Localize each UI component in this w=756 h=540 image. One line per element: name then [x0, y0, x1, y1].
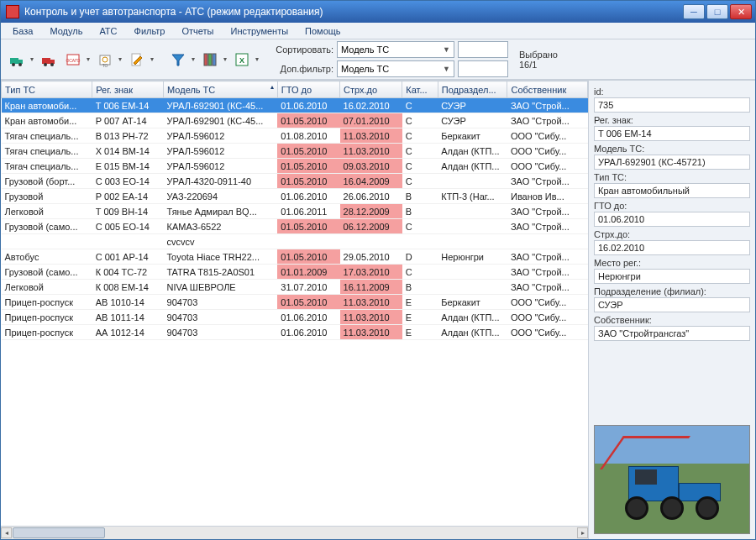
truck-green-icon[interactable]	[6, 49, 28, 71]
cell: ООО "Сибу...	[507, 295, 588, 310]
table-row[interactable]: Тягач специаль...В 013 РН-72УРАЛ-5960120…	[2, 128, 588, 144]
cell: УРАЛ-596012	[164, 144, 278, 159]
cell: 26.06.2010	[340, 189, 402, 204]
cell	[438, 174, 507, 189]
col-header[interactable]: Собственник	[507, 81, 588, 98]
osago-icon[interactable]: ОСАГО	[62, 49, 84, 71]
sort-select[interactable]: Модель ТС▼	[337, 41, 454, 58]
table-row[interactable]: Грузовой (само...С 005 ЕО-14КАМАЗ-652201…	[2, 219, 588, 234]
cell	[402, 234, 438, 249]
data-grid[interactable]: Тип ТСРег. знакМодель ТСГТО доСтрх.доКат…	[1, 81, 588, 526]
col-header[interactable]: Тип ТС	[2, 81, 92, 98]
table-row[interactable]: Тягач специаль...Е 015 ВМ-14УРАЛ-5960120…	[2, 159, 588, 174]
cell: Алдан (КТП...	[438, 310, 507, 325]
menu-4[interactable]: Отчеты	[173, 24, 222, 38]
close-button[interactable]: ✕	[730, 4, 752, 19]
svg-point-2	[12, 63, 15, 66]
table-row[interactable]: Кран автомоби...Р 007 АТ-14УРАЛ-692901 (…	[2, 113, 588, 128]
cell: 01.05.2010	[277, 159, 339, 174]
funnel-icon[interactable]	[167, 49, 189, 71]
svg-rect-4	[42, 58, 50, 64]
cell: Грузовой (само...	[2, 265, 92, 280]
maximize-button[interactable]: □	[706, 4, 728, 19]
dropdown-arrow-icon[interactable]: ▾	[222, 55, 228, 63]
cell: 01.06.2010	[277, 325, 339, 340]
cell: ЗАО "Строй...	[507, 249, 588, 265]
cell: 11.03.2010	[340, 325, 402, 340]
table-row[interactable]: ЛегковойТ 009 ВН-14Тянье Адмирал BQ...01…	[2, 204, 588, 219]
cell	[507, 234, 588, 249]
columns-icon[interactable]	[199, 49, 221, 71]
cell: Е	[402, 295, 438, 310]
cell: 11.03.2010	[340, 295, 402, 310]
col-header[interactable]: Модель ТС	[164, 81, 278, 98]
table-row[interactable]: Прицеп-роспускАА 1012-1490470301.06.2010…	[2, 325, 588, 340]
scroll-thumb[interactable]	[13, 527, 105, 538]
table-row[interactable]: АвтобусС 001 АР-14Toyota Hiace TRH22...0…	[2, 249, 588, 265]
cell: TATRA T815-2A0S01	[164, 265, 278, 280]
dropdown-arrow-icon[interactable]: ▾	[117, 55, 123, 63]
cell: С	[402, 128, 438, 144]
dropdown-arrow-icon[interactable]: ▾	[29, 55, 35, 63]
table-row[interactable]: ГрузовойР 002 ЕА-14УАЗ-22069401.06.20102…	[2, 189, 588, 204]
col-header[interactable]: Подраздел...	[438, 81, 507, 98]
menu-3[interactable]: Фильтр	[126, 24, 174, 38]
filter-input[interactable]	[458, 60, 508, 77]
col-header[interactable]: Стрх.до	[340, 81, 402, 98]
scroll-left-arrow[interactable]: ◂	[1, 527, 12, 538]
detail-value: СУЭР	[594, 297, 750, 312]
cell: АВ 1010-14	[92, 295, 164, 310]
filter-select[interactable]: Модель ТС▼	[337, 60, 454, 77]
cell: К 008 ЕМ-14	[92, 280, 164, 295]
menu-0[interactable]: База	[4, 24, 41, 38]
menu-6[interactable]: Помощь	[297, 24, 349, 38]
truck-red-icon[interactable]	[38, 49, 60, 71]
table-row[interactable]: Тягач специаль...Х 014 ВМ-14УРАЛ-5960120…	[2, 144, 588, 159]
col-header[interactable]: Рег. знак	[92, 81, 164, 98]
table-row[interactable]: Грузовой (борт...С 003 ЕО-14УРАЛ-4320-09…	[2, 174, 588, 189]
titlebar[interactable]: Контроль и учет автотранспорта - АТС (ре…	[1, 1, 755, 23]
cell: Прицеп-роспуск	[2, 295, 92, 310]
dropdown-arrow-icon[interactable]: ▾	[190, 55, 197, 63]
table-row[interactable]: ЛегковойК 008 ЕМ-14NIVA ШЕВРОЛЕ31.07.201…	[2, 280, 588, 295]
cell: СУЭР	[438, 113, 507, 128]
dropdown-arrow-icon[interactable]: ▾	[85, 55, 92, 63]
cell: 01.05.2010	[277, 144, 339, 159]
col-header[interactable]: ГТО до	[277, 81, 339, 98]
table-row[interactable]: Грузовой (само...К 004 ТС-72TATRA T815-2…	[2, 265, 588, 280]
horizontal-scrollbar[interactable]: ◂ ▸	[1, 526, 588, 539]
cell: 01.05.2010	[277, 174, 339, 189]
cell: D	[402, 249, 438, 265]
cell: ЗАО "Строй...	[507, 280, 588, 295]
cell: Беркакит	[438, 295, 507, 310]
detail-label: Стрх.до:	[594, 228, 750, 240]
cell: 01.06.2010	[277, 98, 339, 113]
cell: Toyota Hiace TRH22...	[164, 249, 278, 265]
svg-point-6	[44, 63, 47, 66]
cell	[438, 204, 507, 219]
cell: УРАЛ-596012	[164, 128, 278, 144]
dropdown-arrow-icon[interactable]: ▾	[254, 55, 260, 63]
minimize-button[interactable]: ─	[683, 4, 705, 19]
service-icon[interactable]: ТО	[94, 49, 116, 71]
col-header[interactable]: Кат...	[402, 81, 438, 98]
table-row[interactable]: Прицеп-роспускАВ 1011-1490470301.06.2010…	[2, 310, 588, 325]
cell: ООО "Сибу...	[507, 310, 588, 325]
menu-2[interactable]: АТС	[91, 24, 125, 38]
table-row[interactable]: Кран автомоби...Т 006 ЕМ-14УРАЛ-692901 (…	[2, 98, 588, 113]
cell: С 005 ЕО-14	[92, 219, 164, 234]
menu-1[interactable]: Модуль	[41, 24, 91, 38]
sort-input[interactable]	[458, 41, 508, 58]
menu-5[interactable]: Инструменты	[223, 24, 297, 38]
scroll-right-arrow[interactable]: ▸	[577, 527, 588, 538]
excel-icon[interactable]: X	[231, 49, 253, 71]
menubar: БазаМодульАТСФильтрОтчетыИнструментыПомо…	[1, 23, 755, 39]
cell: 01.05.2010	[277, 113, 339, 128]
table-row[interactable]: Прицеп-роспускАВ 1010-1490470301.05.2010…	[2, 295, 588, 310]
edit-icon[interactable]	[126, 49, 148, 71]
cell	[438, 280, 507, 295]
table-row[interactable]: cvcvcv	[2, 234, 588, 249]
dropdown-arrow-icon[interactable]: ▾	[149, 55, 155, 63]
detail-label: Модель ТС:	[594, 143, 750, 155]
cell	[438, 219, 507, 234]
